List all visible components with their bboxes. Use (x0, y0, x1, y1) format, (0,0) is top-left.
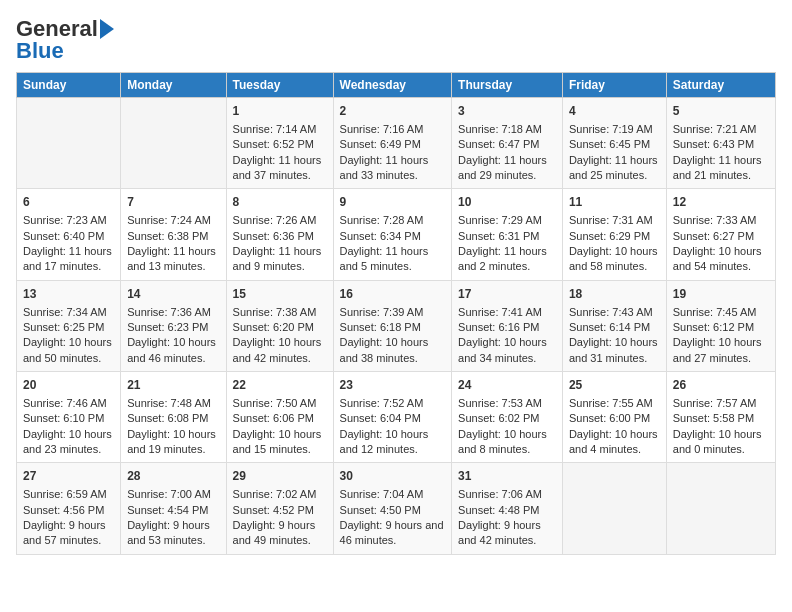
day-number: 22 (233, 377, 327, 394)
day-info: Sunset: 6:31 PM (458, 229, 556, 244)
calendar-body: 1Sunrise: 7:14 AMSunset: 6:52 PMDaylight… (17, 98, 776, 555)
day-info: Sunrise: 7:50 AM (233, 396, 327, 411)
logo: General Blue (16, 16, 114, 64)
week-row-3: 13Sunrise: 7:34 AMSunset: 6:25 PMDayligh… (17, 280, 776, 371)
day-info: Sunrise: 7:06 AM (458, 487, 556, 502)
week-row-5: 27Sunrise: 6:59 AMSunset: 4:56 PMDayligh… (17, 463, 776, 554)
calendar-cell (666, 463, 775, 554)
day-info: Sunset: 6:18 PM (340, 320, 446, 335)
day-info: Daylight: 11 hours and 25 minutes. (569, 153, 660, 184)
day-info: Sunset: 5:58 PM (673, 411, 769, 426)
calendar-cell: 18Sunrise: 7:43 AMSunset: 6:14 PMDayligh… (562, 280, 666, 371)
header: General Blue (16, 16, 776, 64)
day-info: Sunset: 6:29 PM (569, 229, 660, 244)
day-info: Sunset: 4:50 PM (340, 503, 446, 518)
day-info: Daylight: 10 hours and 46 minutes. (127, 335, 219, 366)
day-info: Sunrise: 7:38 AM (233, 305, 327, 320)
day-info: Sunrise: 7:16 AM (340, 122, 446, 137)
day-info: Sunset: 6:23 PM (127, 320, 219, 335)
calendar-cell: 5Sunrise: 7:21 AMSunset: 6:43 PMDaylight… (666, 98, 775, 189)
day-number: 9 (340, 194, 446, 211)
day-info: Sunrise: 7:46 AM (23, 396, 114, 411)
day-info: Daylight: 11 hours and 29 minutes. (458, 153, 556, 184)
day-number: 16 (340, 286, 446, 303)
day-info: Daylight: 10 hours and 4 minutes. (569, 427, 660, 458)
day-info: Sunset: 6:27 PM (673, 229, 769, 244)
day-header-sunday: Sunday (17, 73, 121, 98)
logo-arrow-icon (100, 19, 114, 39)
day-header-friday: Friday (562, 73, 666, 98)
calendar-cell: 8Sunrise: 7:26 AMSunset: 6:36 PMDaylight… (226, 189, 333, 280)
day-number: 7 (127, 194, 219, 211)
calendar-cell (562, 463, 666, 554)
day-info: Daylight: 10 hours and 54 minutes. (673, 244, 769, 275)
day-info: Daylight: 9 hours and 46 minutes. (340, 518, 446, 549)
day-info: Daylight: 9 hours and 49 minutes. (233, 518, 327, 549)
day-info: Daylight: 11 hours and 33 minutes. (340, 153, 446, 184)
day-info: Daylight: 10 hours and 12 minutes. (340, 427, 446, 458)
day-info: Daylight: 10 hours and 31 minutes. (569, 335, 660, 366)
day-info: Sunrise: 7:52 AM (340, 396, 446, 411)
day-info: Sunset: 6:16 PM (458, 320, 556, 335)
day-info: Sunset: 4:56 PM (23, 503, 114, 518)
calendar-cell: 29Sunrise: 7:02 AMSunset: 4:52 PMDayligh… (226, 463, 333, 554)
day-info: Sunrise: 7:21 AM (673, 122, 769, 137)
day-header-monday: Monday (121, 73, 226, 98)
day-info: Sunrise: 7:45 AM (673, 305, 769, 320)
day-info: Sunrise: 7:04 AM (340, 487, 446, 502)
day-info: Sunset: 6:10 PM (23, 411, 114, 426)
calendar-cell (17, 98, 121, 189)
day-info: Daylight: 9 hours and 53 minutes. (127, 518, 219, 549)
day-info: Daylight: 10 hours and 34 minutes. (458, 335, 556, 366)
calendar-cell: 22Sunrise: 7:50 AMSunset: 6:06 PMDayligh… (226, 372, 333, 463)
day-info: Sunrise: 7:23 AM (23, 213, 114, 228)
day-header-thursday: Thursday (452, 73, 563, 98)
calendar-cell: 2Sunrise: 7:16 AMSunset: 6:49 PMDaylight… (333, 98, 452, 189)
calendar-cell: 28Sunrise: 7:00 AMSunset: 4:54 PMDayligh… (121, 463, 226, 554)
day-info: Sunset: 4:48 PM (458, 503, 556, 518)
day-info: Sunset: 6:20 PM (233, 320, 327, 335)
day-info: Daylight: 10 hours and 23 minutes. (23, 427, 114, 458)
calendar-cell: 16Sunrise: 7:39 AMSunset: 6:18 PMDayligh… (333, 280, 452, 371)
calendar-cell: 14Sunrise: 7:36 AMSunset: 6:23 PMDayligh… (121, 280, 226, 371)
day-info: Sunset: 6:49 PM (340, 137, 446, 152)
day-info: Daylight: 9 hours and 57 minutes. (23, 518, 114, 549)
calendar-cell: 23Sunrise: 7:52 AMSunset: 6:04 PMDayligh… (333, 372, 452, 463)
day-info: Daylight: 11 hours and 37 minutes. (233, 153, 327, 184)
calendar-cell: 9Sunrise: 7:28 AMSunset: 6:34 PMDaylight… (333, 189, 452, 280)
day-number: 14 (127, 286, 219, 303)
day-header-wednesday: Wednesday (333, 73, 452, 98)
day-info: Sunset: 6:25 PM (23, 320, 114, 335)
day-number: 23 (340, 377, 446, 394)
day-number: 18 (569, 286, 660, 303)
calendar-cell: 12Sunrise: 7:33 AMSunset: 6:27 PMDayligh… (666, 189, 775, 280)
day-info: Sunset: 6:52 PM (233, 137, 327, 152)
day-number: 19 (673, 286, 769, 303)
day-info: Sunrise: 7:33 AM (673, 213, 769, 228)
calendar-cell: 30Sunrise: 7:04 AMSunset: 4:50 PMDayligh… (333, 463, 452, 554)
day-number: 10 (458, 194, 556, 211)
day-info: Daylight: 10 hours and 42 minutes. (233, 335, 327, 366)
day-info: Sunrise: 7:43 AM (569, 305, 660, 320)
calendar-cell: 3Sunrise: 7:18 AMSunset: 6:47 PMDaylight… (452, 98, 563, 189)
day-info: Sunrise: 7:28 AM (340, 213, 446, 228)
calendar-cell: 27Sunrise: 6:59 AMSunset: 4:56 PMDayligh… (17, 463, 121, 554)
day-number: 31 (458, 468, 556, 485)
day-info: Sunrise: 7:00 AM (127, 487, 219, 502)
day-info: Daylight: 9 hours and 42 minutes. (458, 518, 556, 549)
day-info: Sunset: 6:06 PM (233, 411, 327, 426)
calendar-table: SundayMondayTuesdayWednesdayThursdayFrid… (16, 72, 776, 555)
day-info: Sunrise: 7:57 AM (673, 396, 769, 411)
day-info: Sunset: 6:14 PM (569, 320, 660, 335)
day-info: Sunrise: 7:34 AM (23, 305, 114, 320)
calendar-cell: 15Sunrise: 7:38 AMSunset: 6:20 PMDayligh… (226, 280, 333, 371)
week-row-4: 20Sunrise: 7:46 AMSunset: 6:10 PMDayligh… (17, 372, 776, 463)
day-number: 2 (340, 103, 446, 120)
day-info: Sunset: 4:52 PM (233, 503, 327, 518)
day-info: Sunset: 6:45 PM (569, 137, 660, 152)
day-info: Sunset: 6:43 PM (673, 137, 769, 152)
day-info: Daylight: 11 hours and 2 minutes. (458, 244, 556, 275)
day-number: 12 (673, 194, 769, 211)
day-info: Daylight: 11 hours and 9 minutes. (233, 244, 327, 275)
day-info: Sunrise: 7:39 AM (340, 305, 446, 320)
